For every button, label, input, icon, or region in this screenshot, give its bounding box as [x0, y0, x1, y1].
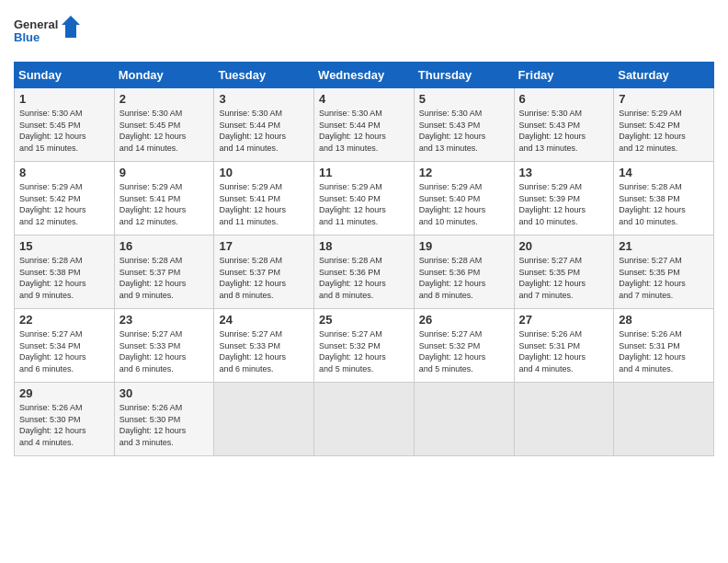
day-number: 3 [219, 92, 309, 106]
cell-info: Sunrise: 5:29 AMSunset: 5:39 PMDaylight:… [519, 181, 609, 227]
cell-info: Sunrise: 5:29 AMSunset: 5:42 PMDaylight:… [19, 181, 109, 227]
logo: General Blue [14, 14, 87, 52]
day-number: 23 [119, 313, 210, 327]
calendar-cell: 11 Sunrise: 5:29 AMSunset: 5:40 PMDaylig… [314, 162, 415, 236]
header-row: SundayMondayTuesdayWednesdayThursdayFrid… [15, 63, 714, 88]
day-number: 4 [319, 92, 409, 106]
weekday-header: Saturday [614, 63, 714, 88]
calendar-cell [414, 383, 514, 456]
calendar-cell: 19 Sunrise: 5:28 AMSunset: 5:36 PMDaylig… [414, 236, 514, 309]
cell-info: Sunrise: 5:26 AMSunset: 5:30 PMDaylight:… [119, 402, 210, 448]
weekday-header: Wednesday [314, 63, 415, 88]
day-number: 8 [19, 166, 109, 179]
cell-info: Sunrise: 5:27 AMSunset: 5:35 PMDaylight:… [619, 255, 709, 301]
day-number: 29 [19, 386, 109, 400]
calendar-cell: 20 Sunrise: 5:27 AMSunset: 5:35 PMDaylig… [514, 236, 614, 309]
calendar-cell [614, 383, 714, 456]
day-number: 12 [419, 166, 509, 179]
cell-info: Sunrise: 5:26 AMSunset: 5:31 PMDaylight:… [619, 328, 709, 374]
calendar-cell: 4 Sunrise: 5:30 AMSunset: 5:44 PMDayligh… [314, 88, 415, 162]
calendar-header: SundayMondayTuesdayWednesdayThursdayFrid… [15, 63, 714, 88]
cell-info: Sunrise: 5:30 AMSunset: 5:44 PMDaylight:… [319, 108, 409, 154]
page-header: General Blue [14, 14, 714, 52]
calendar-cell: 7 Sunrise: 5:29 AMSunset: 5:42 PMDayligh… [614, 88, 714, 162]
cell-info: Sunrise: 5:28 AMSunset: 5:38 PMDaylight:… [19, 255, 109, 301]
day-number: 19 [419, 239, 509, 253]
calendar-cell: 12 Sunrise: 5:29 AMSunset: 5:40 PMDaylig… [414, 162, 514, 236]
calendar-cell: 18 Sunrise: 5:28 AMSunset: 5:36 PMDaylig… [314, 236, 415, 309]
svg-text:Blue: Blue [14, 30, 40, 44]
cell-info: Sunrise: 5:29 AMSunset: 5:42 PMDaylight:… [619, 108, 709, 154]
day-number: 9 [119, 166, 210, 179]
calendar-week: 8 Sunrise: 5:29 AMSunset: 5:42 PMDayligh… [15, 162, 714, 236]
svg-text:General: General [14, 17, 58, 31]
calendar-week: 15 Sunrise: 5:28 AMSunset: 5:38 PMDaylig… [15, 236, 714, 309]
day-number: 27 [519, 313, 609, 327]
day-number: 17 [219, 239, 309, 253]
weekday-header: Sunday [15, 63, 115, 88]
cell-info: Sunrise: 5:30 AMSunset: 5:45 PMDaylight:… [119, 108, 210, 154]
day-number: 6 [519, 92, 609, 106]
day-number: 11 [319, 166, 409, 179]
logo-svg: General Blue [14, 14, 87, 52]
day-number: 15 [19, 239, 109, 253]
day-number: 26 [419, 313, 509, 327]
day-number: 18 [319, 239, 409, 253]
cell-info: Sunrise: 5:28 AMSunset: 5:38 PMDaylight:… [619, 181, 709, 227]
day-number: 30 [119, 386, 210, 400]
day-number: 24 [219, 313, 309, 327]
calendar-cell: 13 Sunrise: 5:29 AMSunset: 5:39 PMDaylig… [514, 162, 614, 236]
calendar-cell: 2 Sunrise: 5:30 AMSunset: 5:45 PMDayligh… [114, 88, 214, 162]
calendar-cell [214, 383, 314, 456]
cell-info: Sunrise: 5:28 AMSunset: 5:36 PMDaylight:… [319, 255, 409, 301]
day-number: 25 [319, 313, 409, 327]
calendar-cell: 23 Sunrise: 5:27 AMSunset: 5:33 PMDaylig… [114, 309, 214, 383]
cell-info: Sunrise: 5:30 AMSunset: 5:44 PMDaylight:… [219, 108, 309, 154]
cell-info: Sunrise: 5:28 AMSunset: 5:36 PMDaylight:… [419, 255, 509, 301]
calendar-cell: 22 Sunrise: 5:27 AMSunset: 5:34 PMDaylig… [15, 309, 115, 383]
day-number: 22 [19, 313, 109, 327]
calendar-cell: 24 Sunrise: 5:27 AMSunset: 5:33 PMDaylig… [214, 309, 314, 383]
cell-info: Sunrise: 5:27 AMSunset: 5:32 PMDaylight:… [319, 328, 409, 374]
cell-info: Sunrise: 5:28 AMSunset: 5:37 PMDaylight:… [119, 255, 210, 301]
day-number: 28 [619, 313, 709, 327]
calendar-cell: 3 Sunrise: 5:30 AMSunset: 5:44 PMDayligh… [214, 88, 314, 162]
day-number: 5 [419, 92, 509, 106]
cell-info: Sunrise: 5:29 AMSunset: 5:41 PMDaylight:… [219, 181, 309, 227]
calendar-cell: 28 Sunrise: 5:26 AMSunset: 5:31 PMDaylig… [614, 309, 714, 383]
calendar-cell: 1 Sunrise: 5:30 AMSunset: 5:45 PMDayligh… [15, 88, 115, 162]
day-number: 14 [619, 166, 709, 179]
svg-marker-2 [62, 16, 80, 38]
calendar-cell [314, 383, 415, 456]
cell-info: Sunrise: 5:27 AMSunset: 5:33 PMDaylight:… [119, 328, 210, 374]
calendar-cell: 14 Sunrise: 5:28 AMSunset: 5:38 PMDaylig… [614, 162, 714, 236]
cell-info: Sunrise: 5:26 AMSunset: 5:31 PMDaylight:… [519, 328, 609, 374]
cell-info: Sunrise: 5:30 AMSunset: 5:45 PMDaylight:… [19, 108, 109, 154]
day-number: 2 [119, 92, 210, 106]
cell-info: Sunrise: 5:27 AMSunset: 5:35 PMDaylight:… [519, 255, 609, 301]
calendar-cell: 27 Sunrise: 5:26 AMSunset: 5:31 PMDaylig… [514, 309, 614, 383]
cell-info: Sunrise: 5:30 AMSunset: 5:43 PMDaylight:… [419, 108, 509, 154]
weekday-header: Friday [514, 63, 614, 88]
cell-info: Sunrise: 5:27 AMSunset: 5:34 PMDaylight:… [19, 328, 109, 374]
calendar-cell: 21 Sunrise: 5:27 AMSunset: 5:35 PMDaylig… [614, 236, 714, 309]
day-number: 10 [219, 166, 309, 179]
calendar-cell: 29 Sunrise: 5:26 AMSunset: 5:30 PMDaylig… [15, 383, 115, 456]
calendar-table: SundayMondayTuesdayWednesdayThursdayFrid… [14, 62, 714, 456]
day-number: 1 [19, 92, 109, 106]
calendar-body: 1 Sunrise: 5:30 AMSunset: 5:45 PMDayligh… [15, 88, 714, 456]
cell-info: Sunrise: 5:27 AMSunset: 5:32 PMDaylight:… [419, 328, 509, 374]
cell-info: Sunrise: 5:26 AMSunset: 5:30 PMDaylight:… [19, 402, 109, 448]
calendar-cell: 16 Sunrise: 5:28 AMSunset: 5:37 PMDaylig… [114, 236, 214, 309]
calendar-cell: 5 Sunrise: 5:30 AMSunset: 5:43 PMDayligh… [414, 88, 514, 162]
weekday-header: Tuesday [214, 63, 314, 88]
day-number: 21 [619, 239, 709, 253]
cell-info: Sunrise: 5:29 AMSunset: 5:41 PMDaylight:… [119, 181, 210, 227]
calendar-cell: 26 Sunrise: 5:27 AMSunset: 5:32 PMDaylig… [414, 309, 514, 383]
calendar-cell: 8 Sunrise: 5:29 AMSunset: 5:42 PMDayligh… [15, 162, 115, 236]
day-number: 13 [519, 166, 609, 179]
calendar-cell: 15 Sunrise: 5:28 AMSunset: 5:38 PMDaylig… [15, 236, 115, 309]
calendar-cell: 17 Sunrise: 5:28 AMSunset: 5:37 PMDaylig… [214, 236, 314, 309]
weekday-header: Monday [114, 63, 214, 88]
calendar-cell: 10 Sunrise: 5:29 AMSunset: 5:41 PMDaylig… [214, 162, 314, 236]
